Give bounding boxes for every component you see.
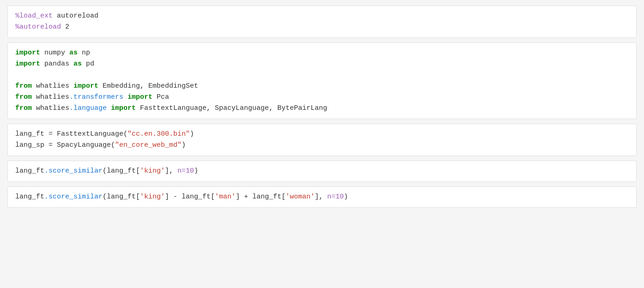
token-plain: 2 (61, 23, 69, 31)
token-plain: ] + lang_ft[ (236, 193, 286, 201)
token-plain: pd (82, 60, 94, 68)
token-plain: lang_ft = FasttextLanguage( (15, 130, 128, 138)
code-line: lang_ft = FasttextLanguage("cc.en.300.bi… (15, 129, 629, 140)
token-keyword: import (15, 49, 40, 57)
token-plain: ) (190, 130, 194, 138)
token-string: "en_core_web_md" (115, 141, 182, 149)
token-string: 'king' (140, 167, 165, 175)
code-line: lang_ft.score_similar(lang_ft['king'] - … (15, 192, 629, 203)
token-keyword: as (69, 49, 78, 57)
token-plain: ], (165, 167, 177, 175)
token-plain: Embedding, EmbeddingSet (98, 82, 198, 90)
empty-line (15, 70, 629, 81)
code-line: import pandas as pd (15, 59, 629, 70)
code-cell-2[interactable]: import numpy as npimport pandas as pdfro… (7, 42, 637, 119)
token-keyword: import (111, 104, 136, 112)
notebook-container: %load_ext autoreload%autoreload 2import … (7, 6, 637, 208)
token-plain: lang_ft (15, 193, 44, 201)
token-keyword: as (73, 60, 82, 68)
token-plain: ) (182, 141, 186, 149)
token-plain: ) (344, 193, 348, 201)
token-plain: whatlies (32, 104, 69, 112)
token-plain: autoreload (53, 12, 98, 20)
token-plain: ], (315, 193, 327, 201)
token-keyword: from (15, 82, 32, 90)
token-plain: numpy (40, 49, 69, 57)
token-module-attr: .transformers (69, 93, 123, 101)
token-keyword: import (15, 60, 40, 68)
token-keyword: import (128, 93, 152, 101)
token-plain: (lang_ft[ (103, 167, 140, 175)
token-plain: whatlies (32, 82, 73, 90)
code-cell-3[interactable]: lang_ft = FasttextLanguage("cc.en.300.bi… (7, 124, 637, 156)
token-plain (123, 93, 128, 101)
token-method: .score_similar (44, 167, 103, 175)
code-line: lang_ft.score_similar(lang_ft['king'], n… (15, 166, 629, 177)
code-line: import numpy as np (15, 48, 629, 59)
token-plain: pandas (40, 60, 73, 68)
code-line: from whatlies.language import FasttextLa… (15, 103, 629, 114)
code-line: %load_ext autoreload (15, 11, 629, 22)
token-magic: %autoreload (15, 23, 61, 31)
code-cell-1[interactable]: %load_ext autoreload%autoreload 2 (7, 6, 637, 38)
token-param: n=10 (177, 167, 194, 175)
token-string: 'man' (215, 193, 236, 201)
code-line: lang_sp = SpacyLanguage("en_core_web_md"… (15, 140, 629, 151)
token-module-attr: .language (69, 104, 107, 112)
code-cell-5[interactable]: lang_ft.score_similar(lang_ft['king'] - … (7, 186, 637, 208)
code-line: from whatlies import Embedding, Embeddin… (15, 81, 629, 92)
token-string: 'king' (140, 193, 165, 201)
token-plain: FasttextLanguage, SpacyLanguage, BytePai… (136, 104, 327, 112)
code-cell-4[interactable]: lang_ft.score_similar(lang_ft['king'], n… (7, 161, 637, 182)
code-line: from whatlies.transformers import Pca (15, 92, 629, 103)
token-plain: (lang_ft[ (103, 193, 140, 201)
token-method: .score_similar (44, 193, 103, 201)
token-keyword: from (15, 93, 32, 101)
token-plain: whatlies (32, 93, 69, 101)
token-param: n=10 (327, 193, 344, 201)
token-plain: lang_ft (15, 167, 44, 175)
token-plain: Pca (152, 93, 169, 101)
token-plain: ) (194, 167, 198, 175)
code-line: %autoreload 2 (15, 22, 629, 33)
token-string: 'woman' (286, 193, 315, 201)
token-string: "cc.en.300.bin" (128, 130, 190, 138)
token-plain: ] - lang_ft[ (165, 193, 215, 201)
token-keyword: from (15, 104, 32, 112)
token-plain (107, 104, 111, 112)
token-keyword: import (73, 82, 98, 90)
token-plain: np (78, 49, 90, 57)
token-plain: lang_sp = SpacyLanguage( (15, 141, 115, 149)
token-magic: %load_ext (15, 12, 53, 20)
